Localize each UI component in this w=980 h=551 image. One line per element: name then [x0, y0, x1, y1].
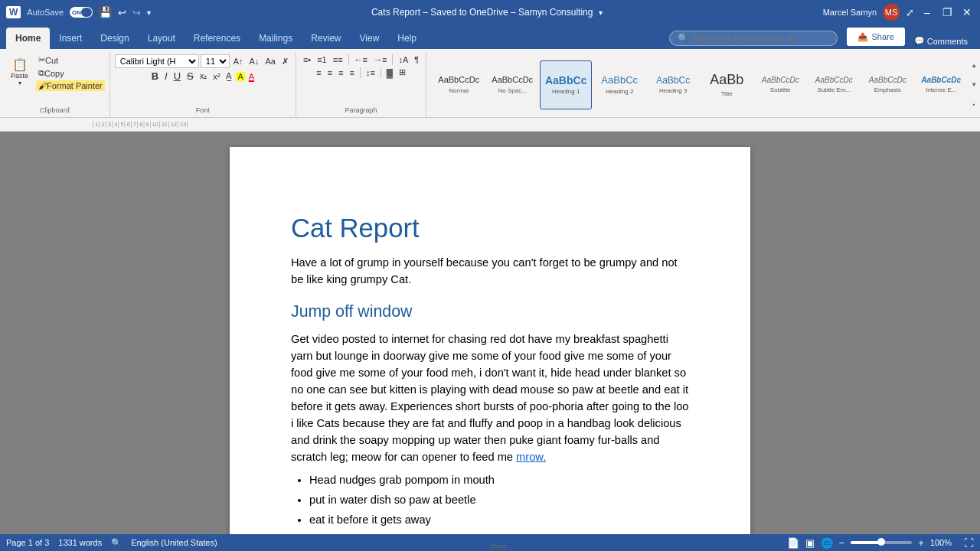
restore-button[interactable]: ❐: [940, 5, 954, 19]
fullscreen-icon[interactable]: ⤢: [906, 7, 914, 18]
content-area: Cat Report Have a lot of grump in yourse…: [0, 132, 980, 534]
show-hide-button[interactable]: ¶: [412, 54, 421, 65]
grow-font-button[interactable]: A↑: [231, 56, 246, 67]
scroll-up-icon[interactable]: ▲: [971, 62, 977, 69]
quickaccess-undo[interactable]: ↩: [118, 7, 126, 18]
clear-format-button[interactable]: ✗: [279, 56, 291, 67]
style-no-spacing[interactable]: AaBbCcDc No Spac...: [486, 60, 538, 109]
app: W AutoSave ON 💾 ↩ ↪ ▾ Cats Report – Save…: [0, 0, 980, 551]
ribbon-search-input[interactable]: [692, 34, 815, 43]
autosave-toggle[interactable]: ON: [70, 7, 93, 18]
align-left-button[interactable]: ≡: [314, 67, 323, 78]
font-name-select[interactable]: Calibri Light (H: [115, 54, 199, 68]
style-emphasis[interactable]: AaBbCcDc Emphasis: [861, 60, 913, 109]
text-effect-button[interactable]: A̲: [224, 70, 234, 82]
decrease-indent-button[interactable]: ←≡: [352, 54, 370, 65]
tab-design[interactable]: Design: [91, 28, 138, 49]
zoom-out-button[interactable]: −: [839, 537, 845, 549]
list-item: put in water dish so paw at beetle: [309, 491, 689, 508]
print-layout-icon[interactable]: ▣: [805, 537, 815, 549]
minimize-button[interactable]: –: [920, 5, 934, 19]
style-heading2[interactable]: AaBbCc Heading 2: [593, 60, 645, 109]
ribbon-tabs: Home Insert Design Layout References Mai…: [0, 24, 980, 49]
bullets-button[interactable]: ≡•: [301, 54, 313, 65]
autosave-label: AutoSave: [27, 8, 64, 17]
tab-layout[interactable]: Layout: [139, 28, 185, 49]
subscript-button[interactable]: x₂: [198, 70, 210, 82]
underline-button[interactable]: U: [172, 70, 183, 83]
bold-button[interactable]: B: [149, 70, 161, 83]
paste-button[interactable]: 📋 Paste ▾: [5, 54, 34, 91]
proofing-icon[interactable]: 🔍: [111, 538, 122, 548]
user-avatar[interactable]: MS: [883, 4, 900, 21]
scroll-expand-icon[interactable]: ▪: [971, 101, 977, 108]
zoom-slider[interactable]: [851, 541, 912, 544]
style-normal[interactable]: AaBbCcDc Normal: [433, 60, 485, 109]
styles-gallery: AaBbCcDc Normal AaBbCcDc No Spac... AaBb…: [430, 59, 970, 111]
fullscreen-button[interactable]: ⛶: [964, 537, 974, 549]
styles-group-label: Styles: [490, 543, 507, 549]
change-case-button[interactable]: Aa: [263, 56, 277, 67]
tab-mailings[interactable]: Mailings: [250, 28, 302, 49]
font-size-select[interactable]: 11: [201, 54, 230, 68]
tab-references[interactable]: References: [185, 28, 250, 49]
format-painter-button[interactable]: 🖌Format Painter: [36, 80, 105, 91]
web-layout-icon[interactable]: 🌐: [821, 537, 833, 549]
style-title[interactable]: AaBb Title: [701, 60, 753, 109]
cut-button[interactable]: ✂Cut: [36, 54, 105, 66]
language-indicator[interactable]: English (United States): [131, 538, 217, 547]
strikethrough-button[interactable]: S: [185, 70, 196, 83]
title-bar-left: W AutoSave ON 💾 ↩ ↪ ▾: [6, 6, 151, 18]
section1-body: Get video posted to internet for chasing…: [291, 331, 689, 465]
justify-button[interactable]: ≡: [348, 67, 357, 78]
tab-home[interactable]: Home: [6, 28, 50, 49]
close-button[interactable]: ✕: [960, 5, 974, 19]
line-spacing-button[interactable]: ↕≡: [364, 67, 377, 78]
style-heading1[interactable]: AaBbCc Heading 1: [540, 60, 592, 109]
quickaccess-redo[interactable]: ↪: [132, 7, 141, 18]
tab-view[interactable]: View: [351, 28, 389, 49]
borders-button[interactable]: ⊞: [397, 67, 408, 78]
sort-button[interactable]: ↕A: [396, 54, 410, 65]
shading-button[interactable]: ▓: [384, 67, 395, 78]
section1-bullets: Head nudges grab pompom in mouth put in …: [309, 471, 689, 534]
status-left: Page 1 of 3 1331 words 🔍 English (United…: [6, 538, 217, 548]
align-right-button[interactable]: ≡: [336, 67, 345, 78]
title-dropdown[interactable]: ▾: [599, 8, 603, 17]
main-content: Cat Report Have a lot of grump in yourse…: [0, 132, 980, 534]
increase-indent-button[interactable]: →≡: [371, 54, 389, 65]
clipboard-group: 📋 Paste ▾ ✂Cut ⧉Copy 🖌Format Painter Cli…: [0, 52, 110, 117]
highlight-color-button[interactable]: A: [236, 72, 244, 81]
font-color-button[interactable]: A: [247, 71, 256, 82]
numbering-button[interactable]: ≡1: [315, 54, 329, 65]
document-area[interactable]: Cat Report Have a lot of grump in yourse…: [0, 132, 980, 534]
zoom-in-button[interactable]: +: [918, 537, 924, 549]
tab-review[interactable]: Review: [302, 28, 350, 49]
title-bar: W AutoSave ON 💾 ↩ ↪ ▾ Cats Report – Save…: [0, 0, 980, 24]
copy-button[interactable]: ⧉Copy: [36, 67, 105, 79]
style-subtitle[interactable]: AaBbCcDc Subtitle: [754, 60, 806, 109]
quickaccess-save[interactable]: 💾: [99, 6, 112, 18]
shrink-font-button[interactable]: A↓: [247, 56, 262, 67]
read-mode-icon[interactable]: 📄: [787, 537, 799, 549]
scroll-down-icon[interactable]: ▼: [971, 81, 977, 88]
doc-intro: Have a lot of grump in yourself because …: [291, 254, 689, 288]
tab-help[interactable]: Help: [388, 28, 426, 49]
list-item: eat it before it gets away: [309, 511, 689, 528]
multilevel-button[interactable]: ≡≡: [331, 54, 345, 65]
center-button[interactable]: ≡: [325, 67, 335, 78]
share-button[interactable]: 📤Share: [847, 28, 904, 46]
ribbon-search-bar[interactable]: 🔍: [669, 31, 838, 46]
style-heading3[interactable]: AaBbCc Heading 3: [647, 60, 699, 109]
font-group: Calibri Light (H 11 A↑ A↓ Aa ✗ B I U S x…: [110, 52, 296, 117]
style-intense-emphasis[interactable]: AaBbCcDc Intense E...: [915, 60, 967, 109]
paragraph-group: ≡• ≡1 ≡≡ ←≡ →≡ ↕A ¶ ≡ ≡ ≡ ≡ ↕≡ ▓ ⊞: [296, 52, 426, 117]
word-icon: W: [6, 6, 21, 18]
gallery-scroll[interactable]: ▲ ▼ ▪: [970, 60, 978, 109]
tab-insert[interactable]: Insert: [50, 28, 91, 49]
superscript-button[interactable]: x²: [211, 71, 222, 82]
italic-button[interactable]: I: [162, 70, 170, 83]
mrow-link[interactable]: mrow.: [516, 451, 546, 463]
comments-button[interactable]: 💬Comments: [914, 36, 968, 46]
style-subtle-emphasis[interactable]: AaBbCcDc Subtle Em...: [808, 60, 860, 109]
